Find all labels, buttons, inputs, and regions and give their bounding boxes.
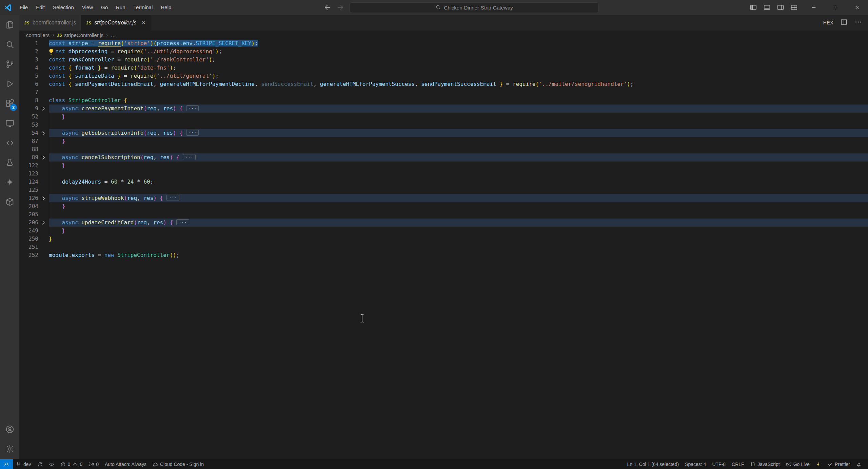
code-text[interactable]: }: [49, 202, 868, 210]
lay-side-l-icon[interactable]: [747, 4, 760, 11]
line-number[interactable]: 1: [19, 39, 38, 48]
code-text[interactable]: }: [49, 137, 868, 145]
line-number[interactable]: 123: [19, 170, 38, 178]
line-number[interactable]: 9: [19, 105, 38, 113]
status-notifications[interactable]: [853, 459, 865, 469]
tab-boomficontroller.js[interactable]: JSboomficontroller.js: [19, 15, 81, 31]
line-number[interactable]: 206: [19, 219, 38, 227]
activity-source-control[interactable]: [0, 54, 19, 74]
breadcrumb-item[interactable]: controllers: [26, 32, 50, 38]
line-number[interactable]: 125: [19, 186, 38, 194]
line-number[interactable]: 126: [19, 194, 38, 202]
minimize-button[interactable]: [803, 0, 825, 15]
code-text[interactable]: class StripeController {: [49, 96, 868, 105]
line-number[interactable]: 252: [19, 251, 38, 259]
menu-go[interactable]: Go: [97, 0, 112, 15]
code-text[interactable]: }: [49, 113, 868, 121]
close-tab-icon[interactable]: ×: [142, 20, 145, 26]
nav-back-icon[interactable]: [324, 4, 331, 11]
line-number[interactable]: 7: [19, 88, 38, 96]
breadcrumb-item[interactable]: JSstripeController.js: [57, 32, 104, 38]
status-ports[interactable]: 0: [85, 459, 102, 469]
line-number[interactable]: 124: [19, 178, 38, 186]
line-number[interactable]: 87: [19, 137, 38, 145]
line-number[interactable]: 249: [19, 227, 38, 235]
code-text[interactable]: }: [49, 227, 868, 235]
lightbulb-icon[interactable]: [47, 48, 55, 55]
line-number[interactable]: 250: [19, 235, 38, 243]
line-number[interactable]: 251: [19, 243, 38, 251]
code-text[interactable]: [49, 121, 868, 129]
lay-panel-icon[interactable]: [761, 4, 773, 11]
maximize-button[interactable]: [825, 0, 846, 15]
status-cloud-code-sign-in[interactable]: Cloud Code - Sign in: [150, 459, 207, 469]
status-indentation[interactable]: Spaces: 4: [682, 459, 709, 469]
line-number[interactable]: 5: [19, 72, 38, 80]
split-editor-icon[interactable]: [840, 18, 848, 27]
code-text[interactable]: async stripeWebhook(req, res) {···: [49, 194, 868, 202]
activity-search[interactable]: [0, 35, 19, 54]
status-git-branch[interactable]: dev: [13, 459, 34, 469]
code-text[interactable]: [49, 145, 868, 153]
status-language-mode[interactable]: {}JavaScript: [747, 459, 783, 469]
line-number[interactable]: 4: [19, 64, 38, 72]
status-lightning[interactable]: [813, 459, 824, 469]
line-number[interactable]: 52: [19, 113, 38, 121]
code-text[interactable]: module.exports = new StripeController();: [49, 251, 868, 259]
line-number[interactable]: 122: [19, 162, 38, 170]
more-actions-icon[interactable]: [854, 18, 862, 27]
breadcrumb-item[interactable]: …: [111, 32, 116, 38]
nav-forward-icon[interactable]: [337, 4, 344, 11]
line-number[interactable]: 8: [19, 96, 38, 105]
code-text[interactable]: [49, 170, 868, 178]
lay-grid-icon[interactable]: [788, 4, 800, 11]
status-cursor-position[interactable]: Ln 1, Col 1 (64 selected): [624, 459, 682, 469]
line-number[interactable]: 2: [19, 48, 38, 56]
code-text[interactable]: const { sendPaymentDeclinedEmail, genera…: [49, 80, 868, 88]
line-number[interactable]: 89: [19, 153, 38, 162]
menu-selection[interactable]: Selection: [49, 0, 78, 15]
activity-flask[interactable]: [0, 153, 19, 172]
code-text[interactable]: [49, 88, 868, 96]
activity-accounts[interactable]: [0, 419, 19, 439]
activity-extensions[interactable]: 3: [0, 94, 19, 113]
line-number[interactable]: 204: [19, 202, 38, 210]
activity-run-and-debug[interactable]: [0, 74, 19, 94]
fold-chevron-icon[interactable]: [38, 105, 49, 113]
tab-stripeController.js[interactable]: JSstripeController.js×: [81, 15, 151, 31]
activity-explorer[interactable]: [0, 15, 19, 35]
code-text[interactable]: }: [49, 235, 868, 243]
activity-manage-settings[interactable]: [0, 439, 19, 459]
status-problems[interactable]: 00: [57, 459, 86, 469]
status-go-live[interactable]: Go Live: [783, 459, 813, 469]
editor[interactable]: 1const stripe = require('stripe')(proces…: [19, 39, 868, 459]
status-prettier[interactable]: Prettier: [824, 459, 853, 469]
fold-chevron-icon[interactable]: [38, 153, 49, 162]
line-number[interactable]: 53: [19, 121, 38, 129]
code-text[interactable]: const stripe = require('stripe')(process…: [49, 39, 868, 48]
line-number[interactable]: 88: [19, 145, 38, 153]
code-text[interactable]: }: [49, 162, 868, 170]
menu-file[interactable]: File: [16, 0, 32, 15]
menu-edit[interactable]: Edit: [32, 0, 49, 15]
code-text[interactable]: async getSubscriptionInfo(req, res) {···: [49, 129, 868, 137]
code-text[interactable]: async createPaymentIntent(req, res) {···: [49, 105, 868, 113]
menu-help[interactable]: Help: [157, 0, 175, 15]
activity-package[interactable]: [0, 192, 19, 212]
folded-code-ellipsis[interactable]: ···: [186, 105, 199, 111]
activity-sparkle[interactable]: [0, 172, 19, 192]
folded-code-ellipsis[interactable]: ···: [183, 154, 195, 160]
command-center[interactable]: Chicken-Dinner-Strip-Gateway: [350, 2, 599, 13]
status-remote-indicator[interactable]: [0, 459, 13, 469]
menu-run[interactable]: Run: [112, 0, 130, 15]
fold-chevron-icon[interactable]: [38, 194, 49, 202]
status-eol[interactable]: CRLF: [729, 459, 747, 469]
fold-chevron-icon[interactable]: [38, 219, 49, 227]
code-text[interactable]: const { format } = require('date-fns');: [49, 64, 868, 72]
status-encoding[interactable]: UTF-8: [709, 459, 729, 469]
code-text[interactable]: delay24Hours = 60 * 24 * 60;: [49, 178, 868, 186]
lay-side-r-icon[interactable]: [774, 4, 787, 11]
close-button[interactable]: [846, 0, 868, 15]
activity-remote-explorer[interactable]: [0, 113, 19, 133]
code-text[interactable]: const rankController = require('./rankCo…: [49, 56, 868, 64]
